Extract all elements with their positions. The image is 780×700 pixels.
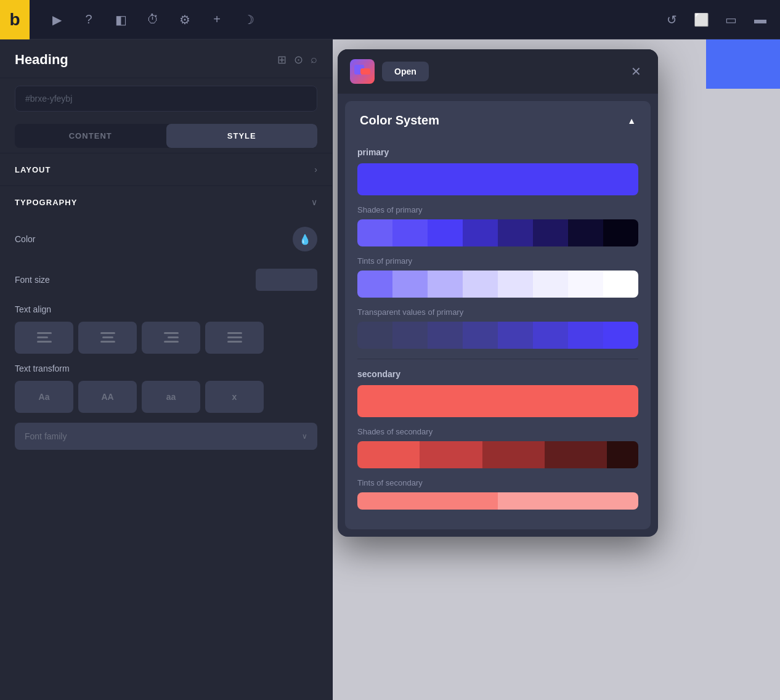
font-family-chevron-icon: ∨ bbox=[302, 432, 307, 441]
help-icon[interactable]: ? bbox=[79, 10, 99, 30]
transform-lowercase-button[interactable]: aa bbox=[142, 381, 200, 413]
font-family-select[interactable]: Font family ∨ bbox=[15, 423, 317, 450]
primary-shade-6 bbox=[533, 219, 568, 246]
color-system-title: Color System bbox=[360, 113, 439, 128]
modal-open-button[interactable]: Open bbox=[382, 62, 429, 81]
layout-section[interactable]: LAYOUT › bbox=[0, 153, 332, 185]
font-size-label: Font size bbox=[15, 275, 50, 285]
secondary-shade-1 bbox=[357, 441, 420, 468]
secondary-shade-5 bbox=[607, 441, 638, 468]
primary-shade-2 bbox=[392, 219, 428, 246]
left-panel: Heading ⊞ ⊙ ⌕ #brxe-yfeybj CONTENT STYLE… bbox=[0, 39, 333, 700]
secondary-shade-4 bbox=[545, 441, 607, 468]
svg-rect-7 bbox=[168, 336, 179, 338]
primary-tint-8 bbox=[603, 271, 638, 298]
primary-transparent-palette bbox=[357, 322, 638, 349]
layers-icon[interactable]: ⊞ bbox=[277, 53, 286, 67]
settings-icon[interactable]: ⚙ bbox=[175, 10, 195, 30]
primary-shade-1 bbox=[357, 219, 392, 246]
color-picker-button[interactable]: 💧 bbox=[293, 227, 317, 251]
transparent-primary-label: Transparent values of primary bbox=[357, 307, 638, 317]
add-icon[interactable]: + bbox=[207, 10, 227, 30]
typography-chevron-icon: ∨ bbox=[311, 197, 317, 207]
tablet-view-icon[interactable]: ▭ bbox=[721, 10, 741, 30]
primary-trans-1 bbox=[357, 322, 392, 349]
text-align-group bbox=[15, 317, 317, 359]
desktop-view-icon[interactable]: ⬜ bbox=[691, 10, 711, 30]
modal-logo-icon bbox=[350, 59, 375, 84]
color-system-chevron-icon[interactable]: ▲ bbox=[627, 116, 636, 126]
secondary-tint-2 bbox=[498, 492, 638, 510]
text-align-section: Text align bbox=[15, 299, 317, 359]
svg-rect-0 bbox=[37, 332, 52, 334]
align-left-button[interactable] bbox=[15, 322, 73, 354]
darkmode-icon[interactable]: ☽ bbox=[239, 10, 259, 30]
svg-rect-11 bbox=[227, 341, 242, 343]
color-row: Color 💧 bbox=[15, 218, 317, 260]
tab-content[interactable]: CONTENT bbox=[15, 124, 166, 148]
primary-color-bar[interactable] bbox=[357, 163, 638, 195]
primary-trans-6 bbox=[533, 322, 568, 349]
align-justify-button[interactable] bbox=[205, 322, 264, 354]
secondary-shade-3 bbox=[482, 441, 545, 468]
modal-close-button[interactable]: ✕ bbox=[626, 62, 646, 81]
app-logo[interactable]: b bbox=[0, 0, 30, 39]
svg-rect-13 bbox=[360, 68, 370, 75]
transform-none-button[interactable]: x bbox=[205, 381, 264, 413]
history-icon[interactable]: ⏱ bbox=[143, 10, 163, 30]
font-size-input[interactable] bbox=[256, 269, 317, 291]
primary-tint-1 bbox=[357, 271, 392, 298]
text-transform-group: Aa AA aa x bbox=[15, 376, 317, 418]
svg-rect-1 bbox=[37, 336, 48, 338]
tab-style[interactable]: STYLE bbox=[166, 124, 318, 148]
content-style-tabs: CONTENT STYLE bbox=[15, 124, 317, 148]
tints-secondary-label: Tints of secondary bbox=[357, 478, 638, 487]
refresh-icon[interactable]: ↺ bbox=[662, 10, 681, 30]
primary-tint-5 bbox=[498, 271, 533, 298]
color-system-header: Color System ▲ bbox=[345, 101, 651, 137]
align-right-button[interactable] bbox=[142, 322, 200, 354]
anchor-icon[interactable]: ⊙ bbox=[294, 53, 303, 67]
primary-shade-7 bbox=[568, 219, 603, 246]
primary-shade-8 bbox=[603, 219, 638, 246]
primary-tints-palette bbox=[357, 271, 638, 298]
primary-shade-3 bbox=[428, 219, 463, 246]
shades-secondary-label: Shades of secondary bbox=[357, 427, 638, 436]
transform-uppercase-button[interactable]: AA bbox=[78, 381, 137, 413]
font-family-label: Font family bbox=[25, 431, 67, 441]
secondary-label: secondary bbox=[357, 369, 638, 379]
logo-letter: b bbox=[9, 10, 20, 30]
pages-icon[interactable]: ◧ bbox=[111, 10, 131, 30]
typography-section: TYPOGRAPHY ∨ Color 💧 Font size Text alig… bbox=[0, 185, 332, 455]
mobile-view-icon[interactable]: ▬ bbox=[750, 10, 770, 30]
canvas-accent bbox=[706, 39, 780, 89]
text-transform-section: Text transform Aa AA aa x bbox=[15, 359, 317, 418]
layout-label: LAYOUT bbox=[15, 165, 51, 174]
panel-heading: Heading bbox=[15, 52, 68, 68]
svg-rect-10 bbox=[227, 336, 242, 338]
primary-shade-5 bbox=[498, 219, 533, 246]
primary-label: primary bbox=[357, 147, 638, 157]
primary-trans-7 bbox=[568, 322, 603, 349]
primary-trans-8 bbox=[603, 322, 638, 349]
secondary-color-bar[interactable] bbox=[357, 385, 638, 417]
typography-header[interactable]: TYPOGRAPHY ∨ bbox=[15, 186, 317, 218]
shades-primary-label: Shades of primary bbox=[357, 205, 638, 214]
primary-tint-6 bbox=[533, 271, 568, 298]
font-size-row: Font size bbox=[15, 260, 317, 299]
primary-tint-4 bbox=[463, 271, 498, 298]
modal-topbar: Open ✕ bbox=[338, 49, 658, 94]
primary-tint-3 bbox=[428, 271, 463, 298]
color-system-modal: Open ✕ Color System ▲ primary Shades of … bbox=[338, 49, 658, 537]
svg-rect-5 bbox=[100, 341, 115, 343]
primary-trans-2 bbox=[392, 322, 428, 349]
text-align-label: Text align bbox=[15, 299, 317, 317]
transform-capitalize-button[interactable]: Aa bbox=[15, 381, 73, 413]
toolbar-right: ↺ ⬜ ▭ ▬ bbox=[662, 10, 770, 30]
search-icon[interactable]: ⌕ bbox=[311, 53, 317, 67]
toolbar: b ▶ ? ◧ ⏱ ⚙ + ☽ ↺ ⬜ ▭ ▬ bbox=[0, 0, 780, 39]
play-icon[interactable]: ▶ bbox=[47, 10, 67, 30]
element-id-input[interactable]: #brxe-yfeybj bbox=[15, 86, 317, 112]
secondary-tints-palette bbox=[357, 492, 638, 510]
align-center-button[interactable] bbox=[78, 322, 137, 354]
